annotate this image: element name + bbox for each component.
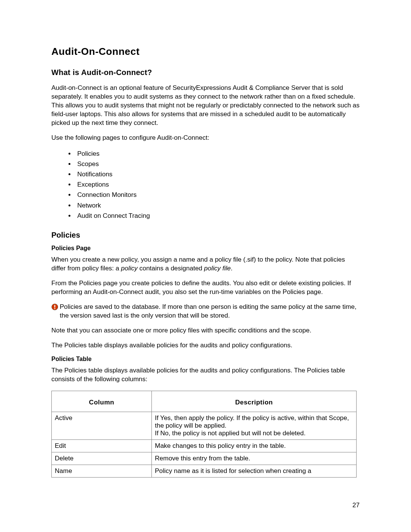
table-row: Active If Yes, then apply the policy. If…: [52, 412, 357, 440]
section-heading-what-is: What is Audit-on-Connect?: [51, 68, 360, 77]
table-row: Name Policy name as it is listed for sel…: [52, 465, 357, 478]
table-header-description: Description: [152, 391, 357, 412]
list-item: Scopes: [75, 159, 360, 169]
policies-paragraph-1: When you create a new policy, you assign…: [51, 256, 360, 273]
page-number: 27: [352, 502, 360, 509]
policies-table-intro: The Policies table displays available po…: [51, 366, 360, 384]
exclamation-icon: [51, 304, 58, 310]
list-item: Network: [75, 200, 360, 211]
list-item: Notifications: [75, 169, 360, 179]
list-item: Connection Monitors: [75, 190, 360, 200]
table-cell-description: Make changes to this policy entry in the…: [152, 440, 357, 452]
list-item: Exceptions: [75, 179, 360, 190]
table-header-column: Column: [52, 391, 152, 412]
policies-table: Column Description Active If Yes, then a…: [51, 391, 357, 478]
table-cell-column: Delete: [52, 452, 152, 465]
policies-paragraph-4: The Policies table displays available po…: [51, 341, 360, 350]
table-cell-description: Remove this entry from the table.: [152, 452, 357, 465]
list-item: Audit on Connect Tracing: [75, 211, 360, 221]
configure-intro: Use the following pages to configure Aud…: [51, 134, 360, 142]
warning-note-text: Policies are saved to the database. If m…: [60, 303, 360, 320]
section-heading-policies: Policies: [51, 231, 360, 240]
configure-list: Policies Scopes Notifications Exceptions…: [51, 149, 360, 221]
table-row: Edit Make changes to this policy entry i…: [52, 440, 357, 452]
table-cell-column: Edit: [52, 440, 152, 452]
table-cell-column: Name: [52, 465, 152, 478]
table-row: Delete Remove this entry from the table.: [52, 452, 357, 465]
svg-rect-1: [54, 305, 56, 307]
text-run: contains a designated: [137, 265, 204, 272]
list-item: Policies: [75, 149, 360, 159]
policies-paragraph-2: From the Policies page you create polici…: [51, 279, 360, 297]
svg-point-2: [54, 308, 56, 309]
text-run: .: [231, 265, 233, 272]
text-run-italic: policy: [121, 265, 137, 272]
page-title: Audit-On-Connect: [51, 46, 360, 58]
intro-paragraph: Audit-on-Connect is an optional feature …: [51, 84, 360, 128]
document-page: Audit-On-Connect What is Audit-on-Connec…: [0, 0, 411, 532]
text-run-italic: policy file: [204, 265, 231, 272]
policies-paragraph-3: Note that you can associate one or more …: [51, 326, 360, 335]
table-cell-column: Active: [52, 412, 152, 440]
warning-note: Policies are saved to the database. If m…: [51, 303, 360, 320]
table-cell-description: If Yes, then apply the policy. If the po…: [152, 412, 357, 440]
subsection-heading-policies-table: Policies Table: [51, 356, 360, 363]
table-header-row: Column Description: [52, 391, 357, 412]
subsection-heading-policies-page: Policies Page: [51, 245, 360, 252]
table-cell-description: Policy name as it is listed for selectio…: [152, 465, 357, 478]
